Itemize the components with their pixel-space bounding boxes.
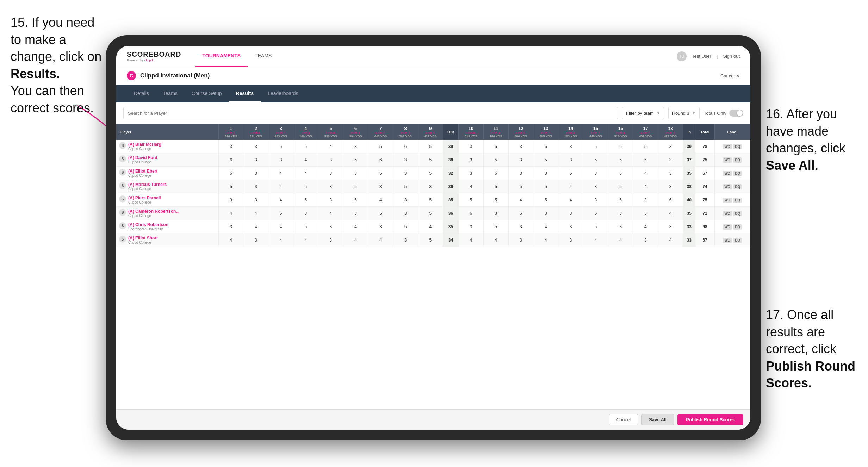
score-hole-14[interactable]: 3 bbox=[558, 234, 583, 247]
wd-button[interactable]: WD bbox=[723, 171, 732, 176]
score-hole-2[interactable]: 4 bbox=[243, 220, 268, 234]
wd-button[interactable]: WD bbox=[723, 184, 732, 189]
score-hole-11[interactable]: 5 bbox=[483, 167, 508, 180]
score-hole-6[interactable]: 5 bbox=[343, 193, 368, 207]
dq-button[interactable]: DQ bbox=[733, 157, 742, 163]
score-hole-9[interactable]: 5 bbox=[418, 140, 443, 153]
score-hole-14[interactable]: 5 bbox=[558, 167, 583, 180]
score-hole-7[interactable]: 5 bbox=[368, 167, 393, 180]
score-hole-8[interactable]: 5 bbox=[393, 220, 418, 234]
score-hole-12[interactable]: 5 bbox=[508, 207, 533, 220]
score-hole-14[interactable]: 3 bbox=[558, 153, 583, 167]
toggle-switch[interactable] bbox=[729, 110, 743, 117]
score-hole-4[interactable]: 5 bbox=[293, 140, 318, 153]
dq-button[interactable]: DQ bbox=[733, 224, 742, 230]
wd-button[interactable]: WD bbox=[723, 224, 732, 230]
tab-course-setup[interactable]: Course Setup bbox=[185, 85, 229, 102]
score-hole-7[interactable]: 3 bbox=[368, 180, 393, 193]
score-hole-7[interactable]: 5 bbox=[368, 207, 393, 220]
score-hole-18[interactable]: 4 bbox=[658, 234, 683, 247]
score-hole-2[interactable]: 3 bbox=[243, 234, 268, 247]
score-hole-15[interactable]: 5 bbox=[583, 220, 608, 234]
score-hole-15[interactable]: 5 bbox=[583, 207, 608, 220]
score-hole-1[interactable]: 6 bbox=[218, 153, 243, 167]
score-hole-9[interactable]: 5 bbox=[418, 207, 443, 220]
score-hole-7[interactable]: 3 bbox=[368, 220, 393, 234]
score-hole-12[interactable]: 3 bbox=[508, 220, 533, 234]
score-hole-15[interactable]: 3 bbox=[583, 193, 608, 207]
score-hole-17[interactable]: 4 bbox=[633, 220, 658, 234]
score-hole-6[interactable]: 5 bbox=[343, 153, 368, 167]
score-hole-6[interactable]: 5 bbox=[343, 180, 368, 193]
score-hole-4[interactable]: 4 bbox=[293, 167, 318, 180]
score-hole-12[interactable]: 3 bbox=[508, 153, 533, 167]
score-hole-13[interactable]: 4 bbox=[533, 234, 558, 247]
dq-button[interactable]: DQ bbox=[733, 198, 742, 203]
score-hole-14[interactable]: 3 bbox=[558, 207, 583, 220]
save-all-button[interactable]: Save All bbox=[641, 414, 674, 425]
score-hole-15[interactable]: 3 bbox=[583, 167, 608, 180]
score-hole-11[interactable]: 5 bbox=[483, 153, 508, 167]
tab-teams[interactable]: Teams bbox=[156, 85, 185, 102]
score-hole-2[interactable]: 3 bbox=[243, 180, 268, 193]
wd-button[interactable]: WD bbox=[723, 198, 732, 203]
filter-by-team-dropdown[interactable]: Filter by team ▼ bbox=[622, 107, 664, 119]
score-hole-13[interactable]: 5 bbox=[533, 180, 558, 193]
wd-button[interactable]: WD bbox=[723, 238, 732, 243]
score-hole-6[interactable]: 3 bbox=[343, 167, 368, 180]
score-hole-8[interactable]: 3 bbox=[393, 193, 418, 207]
tournament-cancel-button[interactable]: Cancel ✕ bbox=[720, 73, 740, 79]
dq-button[interactable]: DQ bbox=[733, 171, 742, 176]
score-hole-6[interactable]: 4 bbox=[343, 220, 368, 234]
score-hole-18[interactable]: 3 bbox=[658, 153, 683, 167]
score-hole-10[interactable]: 3 bbox=[458, 167, 483, 180]
score-hole-11[interactable]: 5 bbox=[483, 193, 508, 207]
dq-button[interactable]: DQ bbox=[733, 211, 742, 216]
wd-button[interactable]: WD bbox=[723, 144, 732, 149]
score-hole-18[interactable]: 3 bbox=[658, 140, 683, 153]
score-hole-15[interactable]: 5 bbox=[583, 153, 608, 167]
score-hole-14[interactable]: 3 bbox=[558, 220, 583, 234]
scores-table-container[interactable]: Player 1PAR 4370 YDS 2PAR 5511 YDS 3PAR … bbox=[116, 124, 750, 409]
score-hole-13[interactable]: 5 bbox=[533, 193, 558, 207]
score-hole-5[interactable]: 4 bbox=[318, 207, 343, 220]
score-hole-3[interactable]: 4 bbox=[268, 167, 293, 180]
score-hole-18[interactable]: 6 bbox=[658, 193, 683, 207]
score-hole-11[interactable]: 3 bbox=[483, 207, 508, 220]
score-hole-9[interactable]: 4 bbox=[418, 220, 443, 234]
score-hole-16[interactable]: 6 bbox=[608, 153, 633, 167]
score-hole-7[interactable]: 4 bbox=[368, 234, 393, 247]
score-hole-3[interactable]: 5 bbox=[268, 140, 293, 153]
score-hole-8[interactable]: 3 bbox=[393, 234, 418, 247]
score-hole-3[interactable]: 4 bbox=[268, 220, 293, 234]
score-hole-1[interactable]: 4 bbox=[218, 207, 243, 220]
score-hole-5[interactable]: 3 bbox=[318, 180, 343, 193]
score-hole-10[interactable]: 3 bbox=[458, 140, 483, 153]
score-hole-5[interactable]: 3 bbox=[318, 193, 343, 207]
score-hole-18[interactable]: 3 bbox=[658, 167, 683, 180]
score-hole-4[interactable]: 5 bbox=[293, 180, 318, 193]
publish-round-scores-button[interactable]: Publish Round Scores bbox=[677, 414, 743, 425]
score-hole-13[interactable]: 3 bbox=[533, 207, 558, 220]
score-hole-2[interactable]: 3 bbox=[243, 140, 268, 153]
score-hole-4[interactable]: 5 bbox=[293, 220, 318, 234]
score-hole-12[interactable]: 3 bbox=[508, 167, 533, 180]
cancel-button[interactable]: Cancel bbox=[609, 414, 638, 425]
score-hole-18[interactable]: 4 bbox=[658, 207, 683, 220]
score-hole-6[interactable]: 3 bbox=[343, 140, 368, 153]
score-hole-1[interactable]: 3 bbox=[218, 193, 243, 207]
score-hole-9[interactable]: 5 bbox=[418, 234, 443, 247]
tab-leaderboards[interactable]: Leaderboards bbox=[261, 85, 305, 102]
score-hole-8[interactable]: 5 bbox=[393, 180, 418, 193]
score-hole-6[interactable]: 4 bbox=[343, 234, 368, 247]
score-hole-18[interactable]: 3 bbox=[658, 180, 683, 193]
score-hole-14[interactable]: 3 bbox=[558, 140, 583, 153]
score-hole-4[interactable]: 4 bbox=[293, 153, 318, 167]
score-hole-2[interactable]: 3 bbox=[243, 153, 268, 167]
score-hole-17[interactable]: 3 bbox=[633, 234, 658, 247]
score-hole-3[interactable]: 4 bbox=[268, 193, 293, 207]
score-hole-6[interactable]: 3 bbox=[343, 207, 368, 220]
score-hole-8[interactable]: 3 bbox=[393, 153, 418, 167]
score-hole-15[interactable]: 4 bbox=[583, 234, 608, 247]
score-hole-12[interactable]: 4 bbox=[508, 193, 533, 207]
